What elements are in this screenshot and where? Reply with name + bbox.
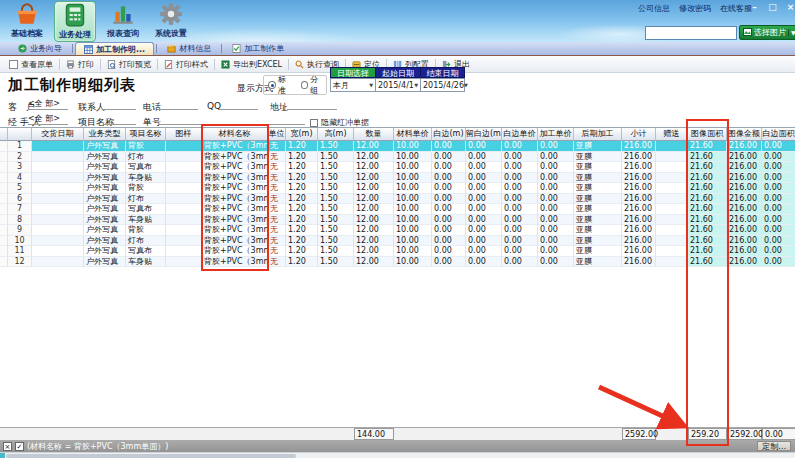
tab-加工制作明[interactable]: 加工制作明... bbox=[75, 42, 154, 55]
table-cell: 12.00 bbox=[354, 162, 394, 173]
tab-加工制作单[interactable]: 加工制作单 bbox=[224, 42, 292, 55]
date-dropdown-结束日期[interactable]: 2015/4/26▼ bbox=[420, 78, 465, 92]
top-link[interactable]: 公司信息 bbox=[638, 3, 670, 14]
table-row[interactable]: 5户外写真背胶背胶+PVC（3mm单面）无1.201.5012.0010.000… bbox=[0, 183, 795, 194]
table-row[interactable]: 1户外写真背胶背胶+PVC（3mm单面）无1.201.5012.0010.000… bbox=[0, 141, 795, 152]
scrollbar-thumb[interactable] bbox=[6, 454, 296, 458]
toolbar-button-打印预览[interactable]: 打印预览 bbox=[102, 57, 156, 72]
radio-icon[interactable] bbox=[301, 81, 309, 89]
nav-button-报表查询[interactable]: 报表查询 bbox=[102, 1, 144, 42]
table-cell: 0.00 bbox=[432, 173, 466, 184]
nav-button-业务处理[interactable]: 业务处理 bbox=[54, 1, 96, 42]
table-cell bbox=[656, 236, 688, 247]
table-cell: 0.00 bbox=[466, 162, 502, 173]
column-header-交货日期[interactable]: 交货日期 bbox=[32, 128, 84, 141]
tab-业务向导[interactable]: 业务向导 bbox=[10, 42, 70, 55]
column-header-blank[interactable] bbox=[8, 128, 32, 141]
column-header-白边(m)[interactable]: 白边(m) bbox=[432, 128, 466, 141]
column-header-材料单价[interactable]: 材料单价 bbox=[394, 128, 432, 141]
customize-button[interactable]: 定制... bbox=[757, 441, 791, 451]
toolbar-button-打印样式[interactable]: 打印样式 bbox=[159, 57, 213, 72]
toolbar-button-打印[interactable]: 打印 bbox=[61, 57, 99, 72]
column-header-留白边(m)[interactable]: 留白边(m) bbox=[466, 128, 502, 141]
checkbox-icon[interactable] bbox=[310, 119, 318, 127]
column-header-白边单价[interactable]: 白边单价 bbox=[502, 128, 538, 141]
table-row[interactable]: 4户外写真车身贴背胶+PVC（3mm单面）无1.201.5012.0010.00… bbox=[0, 173, 795, 184]
column-header-数量[interactable]: 数量 bbox=[354, 128, 394, 141]
form-field[interactable]: <全 部> bbox=[28, 98, 68, 110]
column-header-图样[interactable]: 图样 bbox=[166, 128, 202, 141]
tab-材料信息[interactable]: 材料信息 bbox=[159, 42, 219, 55]
radio-icon[interactable] bbox=[268, 81, 276, 89]
table-row[interactable]: 9户外写真背胶背胶+PVC（3mm单面）无1.201.5012.0010.000… bbox=[0, 225, 795, 236]
table-cell bbox=[0, 236, 8, 247]
form-field[interactable]: <全 部> bbox=[28, 113, 68, 125]
column-header-赠送[interactable]: 赠送 bbox=[656, 128, 688, 141]
top-link[interactable]: 修改密码 bbox=[679, 3, 711, 14]
table-row[interactable]: 12户外写真车身贴背胶+PVC（3mm单面）无1.201.5012.0010.0… bbox=[0, 257, 795, 268]
table-cell: 0.00 bbox=[538, 236, 574, 247]
column-header-白边面积[interactable]: 白边面积 bbox=[762, 128, 795, 141]
table-cell: 10.00 bbox=[394, 152, 432, 163]
table-cell: 无 bbox=[268, 141, 286, 152]
column-header-项目名称[interactable]: 项目名称 bbox=[126, 128, 166, 141]
chevron-down-icon[interactable]: ▼ bbox=[369, 82, 373, 88]
column-header-小计[interactable]: 小计 bbox=[622, 128, 656, 141]
table-cell bbox=[166, 215, 202, 226]
close-filter-icon[interactable]: × bbox=[3, 442, 12, 451]
chevron-down-icon[interactable]: ▼ bbox=[464, 82, 468, 88]
form-field[interactable] bbox=[158, 98, 198, 110]
grid-header-row: 交货日期业务类型项目名称图样材料名称单位宽(m)高(m)数量材料单价白边(m)留… bbox=[0, 128, 795, 141]
table-cell bbox=[166, 173, 202, 184]
table-row[interactable]: 7户外写真写真布背胶+PVC（3mm单面）无1.201.5012.0010.00… bbox=[0, 204, 795, 215]
table-row[interactable]: 10户外写真灯布背胶+PVC（3mm单面）无1.201.5012.0010.00… bbox=[0, 236, 795, 247]
table-cell: 户外写真 bbox=[84, 204, 126, 215]
column-header-图像金额[interactable]: 图像金额 bbox=[727, 128, 762, 141]
close-button[interactable]: × bbox=[784, 2, 795, 13]
column-header-材料名称[interactable]: 材料名称 bbox=[202, 128, 268, 141]
column-header-单位[interactable]: 单位 bbox=[268, 128, 286, 141]
column-header-业务类型[interactable]: 业务类型 bbox=[84, 128, 126, 141]
date-dropdown-起始日期[interactable]: 2015/4/1▼ bbox=[375, 78, 420, 92]
table-cell: 216.00 bbox=[622, 183, 656, 194]
table-row[interactable]: 2户外写真灯布背胶+PVC（3mm单面）无1.201.5012.0010.000… bbox=[0, 152, 795, 163]
date-dropdown-日期选择[interactable]: 本月▼ bbox=[330, 78, 375, 92]
column-header-后期加工[interactable]: 后期加工 bbox=[574, 128, 622, 141]
maximize-button[interactable]: □ bbox=[766, 2, 779, 13]
order-icon bbox=[232, 44, 241, 53]
filter-check-icon[interactable]: ✓ bbox=[15, 442, 24, 451]
radio-标准[interactable]: 标准 bbox=[268, 74, 294, 96]
nav-button-系统设置[interactable]: 系统设置 bbox=[150, 1, 192, 42]
minimize-button[interactable]: – bbox=[748, 2, 761, 13]
column-header-blank[interactable] bbox=[0, 128, 8, 141]
search-input[interactable] bbox=[645, 26, 737, 40]
column-header-图像面积[interactable]: 图像面积 bbox=[688, 128, 727, 141]
form-field[interactable] bbox=[103, 98, 136, 110]
table-cell: 1.50 bbox=[318, 152, 354, 163]
table-cell: 0.00 bbox=[466, 173, 502, 184]
horizontal-scrollbar[interactable] bbox=[0, 452, 795, 458]
table-row[interactable]: 3户外写真写真布背胶+PVC（3mm单面）无1.201.5012.0010.00… bbox=[0, 162, 795, 173]
table-row[interactable]: 11户外写真写真布背胶+PVC（3mm单面）无1.201.5012.0010.0… bbox=[0, 246, 795, 257]
table-cell: 21.60 bbox=[688, 183, 727, 194]
table-cell: 户外写真 bbox=[84, 141, 126, 152]
table-cell: 1.50 bbox=[318, 183, 354, 194]
form-field[interactable] bbox=[220, 98, 258, 110]
chevron-down-icon[interactable]: ▼ bbox=[788, 29, 795, 36]
nav-button-基础档案[interactable]: 基础档案 bbox=[6, 1, 48, 42]
table-cell: 亚膜 bbox=[574, 141, 622, 152]
column-header-加工单价[interactable]: 加工单价 bbox=[538, 128, 574, 141]
toolbar-button-查看原单[interactable]: 查看原单 bbox=[4, 57, 58, 72]
radio-分组[interactable]: 分组 bbox=[301, 74, 327, 96]
form-field[interactable] bbox=[287, 98, 337, 110]
chevron-down-icon[interactable]: ▼ bbox=[414, 82, 418, 88]
form-field[interactable] bbox=[158, 113, 305, 125]
pick-image-button[interactable]: 选择图片 ▼ bbox=[739, 25, 795, 40]
table-row[interactable]: 6户外写真灯布背胶+PVC（3mm单面）无1.201.5012.0010.000… bbox=[0, 194, 795, 205]
form-field[interactable] bbox=[103, 113, 136, 125]
toolbar-button-导出到EXCEL[interactable]: 导出到EXCEL bbox=[216, 57, 287, 72]
column-header-高(m)[interactable]: 高(m) bbox=[318, 128, 354, 141]
material-icon bbox=[167, 44, 176, 53]
table-row[interactable]: 8户外写真车身贴背胶+PVC（3mm单面）无1.201.5012.0010.00… bbox=[0, 215, 795, 226]
column-header-宽(m)[interactable]: 宽(m) bbox=[286, 128, 318, 141]
